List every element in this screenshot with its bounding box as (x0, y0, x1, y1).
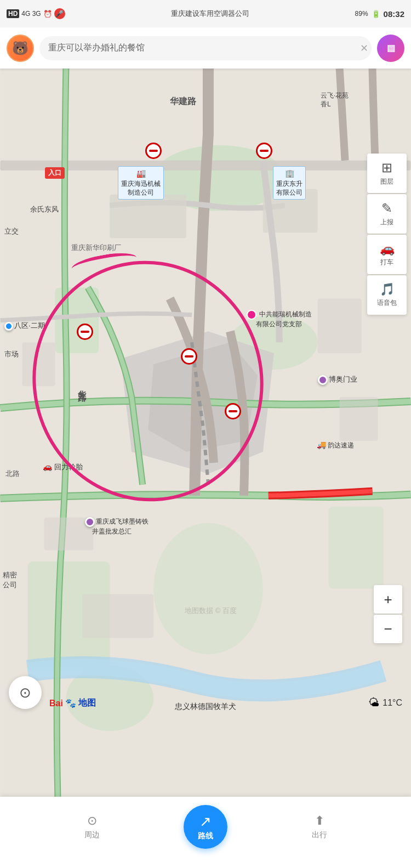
traffic-sign-2 (256, 143, 272, 159)
baidu-logo: Bai 🐾 地图 (49, 697, 96, 709)
hd-icon: HD (7, 9, 19, 18)
notification-center: 重庆建设车用空调器公司 (171, 9, 249, 19)
traffic-sign-3 (77, 324, 93, 340)
search-bar: 🐻 重庆可以举办婚礼的餐馆 ✕ ▤ (0, 27, 411, 69)
poi-xinhua: 重庆新华印刷厂 (71, 243, 121, 253)
poi-bowu: 博奥门业 (318, 375, 357, 385)
nearby-icon: ⊙ (87, 814, 97, 828)
poi-yunda: 🚚 韵达速递 (317, 440, 354, 450)
traffic-sign-4 (181, 348, 197, 365)
location-icon: ⊙ (19, 684, 31, 701)
nav-item-nearby[interactable]: ⊙ 周边 (0, 814, 184, 840)
right-panel: ⊞ 图层 ✎ 上报 🚗 打车 🎵 语音包 (367, 154, 411, 315)
travel-label: 出行 (312, 830, 327, 840)
route-label: 路线 (198, 831, 213, 841)
poi-yuqi: 余氏东风 (30, 205, 59, 214)
map-area[interactable]: 华建路 华九路 北路 入口 余氏东风 🏭重庆海迅机械制造公司 🏢重庆东升有限公司… (0, 69, 411, 797)
svg-rect-14 (340, 397, 378, 441)
battery-icon: 🔋 (372, 10, 380, 18)
report-label: 上报 (380, 218, 393, 227)
poi-baqv: 八区·二期 (4, 321, 45, 331)
temperature-value: 11°C (383, 698, 402, 708)
travel-icon: ⬆ (315, 814, 324, 828)
top-right-button[interactable]: ▤ (377, 35, 404, 62)
nearby-label: 周边 (84, 830, 100, 840)
time-display: 08:32 (384, 9, 404, 19)
poi-huili: 🚗 回力轮胎 (43, 462, 83, 472)
svg-rect-7 (329, 507, 384, 589)
alarm-icon: ⏰ (43, 10, 52, 18)
nav-item-travel[interactable]: ⬆ 出行 (227, 814, 411, 840)
location-button[interactable]: ⊙ (9, 676, 42, 709)
search-query-text: 重庆可以举办婚礼的餐馆 (48, 42, 145, 54)
avatar[interactable]: 🐻 (7, 35, 34, 62)
zoom-out-button[interactable]: − (374, 615, 402, 643)
svg-rect-16 (82, 594, 153, 638)
svg-point-5 (153, 523, 263, 655)
poi-shichang: 市场 (4, 349, 19, 359)
voice-button[interactable]: 🎵 语音包 (367, 275, 407, 315)
taxi-icon: 🚗 (380, 242, 395, 256)
poi-jingmi: 精密公司 (3, 570, 17, 590)
layers-icon: ⊞ (381, 160, 392, 175)
report-button[interactable]: ✎ 上报 (367, 194, 407, 234)
mic-icon: 🎤 (54, 8, 65, 19)
poi-nengrui: 中共能瑞机械制造 有限公司党支部 (247, 310, 312, 329)
status-bar: HD 4G 3G ⏰ 🎤 重庆建设车用空调器公司 11°C 89% 🔋 08:3… (0, 0, 411, 27)
poi-dongsheng: 🏢重庆东升有限公司 (273, 166, 306, 200)
traffic-sign-1 (145, 143, 162, 159)
weather-icon: 🌤 (368, 696, 379, 709)
battery-text: 89% (355, 10, 368, 18)
poi-haidie: 🏭重庆海迅机械制造公司 (118, 166, 164, 200)
nav-route-button[interactable]: ↗ 路线 (184, 805, 227, 849)
svg-rect-10 (110, 195, 186, 239)
status-right-icons: 11°C 89% 🔋 08:32 (355, 9, 404, 19)
zoom-in-button[interactable]: + (374, 585, 402, 614)
road-label-huajian: 华建路 (170, 96, 196, 107)
report-icon: ✎ (381, 201, 392, 216)
temperature-display: 🌤 11°C (368, 696, 402, 709)
poi-ruku: 入口 (45, 167, 65, 179)
road-label-beilu: 北路 (5, 469, 20, 479)
svg-rect-12 (22, 342, 55, 386)
traffic-sign-5 (225, 403, 241, 419)
zoom-controls: + − (374, 585, 402, 643)
layers-button[interactable]: ⊞ 图层 (367, 154, 407, 193)
poi-yunfei: 云飞·花苑香L (321, 92, 349, 109)
menu-icon: ▤ (387, 43, 395, 53)
road-label-huajiu: 华九路 (77, 384, 87, 389)
signal-icons: 4G 3G (21, 10, 41, 18)
status-left-icons: HD 4G 3G ⏰ 🎤 (7, 8, 65, 19)
voice-label: 语音包 (377, 298, 397, 308)
search-input[interactable]: 重庆可以举办婚礼的餐馆 (39, 36, 372, 60)
route-icon: ↗ (199, 813, 212, 830)
taxi-button[interactable]: 🚗 打车 (367, 235, 407, 274)
layers-label: 图层 (380, 177, 393, 186)
poi-zhongyi: 忠义林德国牧羊犬 (175, 702, 236, 712)
bottom-nav: ⊙ 周边 ↗ 路线 ⬆ 出行 (0, 797, 411, 868)
voice-icon: 🎵 (380, 282, 395, 297)
poi-chengfei: 重庆成飞球墨铸铁 井盖批发总汇 (85, 517, 149, 536)
poi-lijiao: 立交 (4, 226, 19, 236)
close-icon[interactable]: ✕ (360, 42, 368, 54)
taxi-label: 打车 (380, 258, 393, 267)
svg-rect-13 (318, 298, 362, 353)
